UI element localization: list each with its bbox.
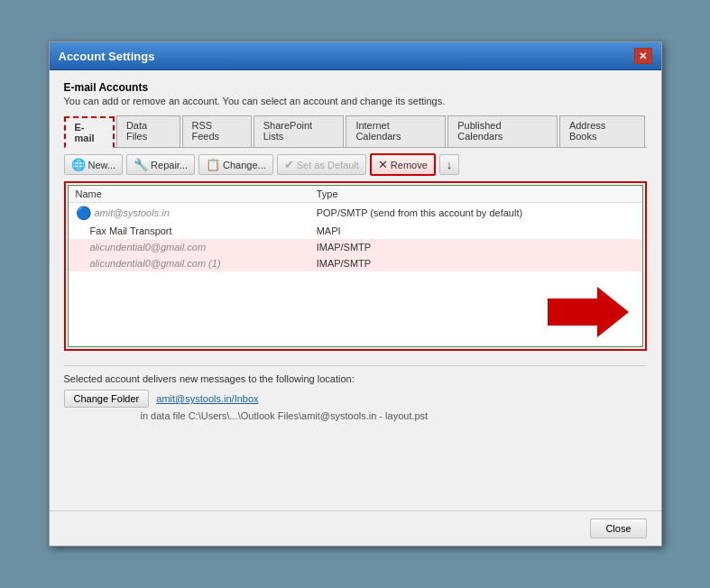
data-file-path: in data file C:\Users\...\Outlook Files\…	[141, 410, 647, 421]
remove-button[interactable]: ✕ Remove	[370, 153, 436, 176]
close-window-button[interactable]: ✕	[634, 48, 652, 64]
account-table: Name Type 🔵 amit@systools.in POP/SMTP (s…	[69, 186, 642, 271]
account-name-cell: Fax Mail Transport	[69, 223, 309, 239]
repair-button[interactable]: 🔧 Repair...	[126, 154, 195, 175]
repair-icon: 🔧	[134, 158, 148, 171]
account-table-outer: Name Type 🔵 amit@systools.in POP/SMTP (s…	[64, 181, 647, 351]
col-type-header: Type	[309, 186, 642, 203]
account-settings-dialog: Account Settings ✕ E-mail Accounts You c…	[49, 41, 662, 547]
table-row[interactable]: alicundential0@gmail.com IMAP/SMTP	[69, 239, 642, 255]
move-down-icon: ↓	[447, 158, 453, 171]
tab-published-calendars[interactable]: Published Calendars	[447, 115, 558, 147]
table-row[interactable]: Fax Mail Transport MAPI	[69, 223, 642, 239]
tab-rss-feeds[interactable]: RSS Feeds	[182, 115, 252, 147]
red-arrow-indicator	[548, 285, 629, 342]
table-row[interactable]: alicundential0@gmail.com (1) IMAP/SMTP	[69, 255, 642, 271]
new-icon: 🌐	[71, 158, 86, 171]
title-bar: Account Settings ✕	[50, 42, 661, 70]
account-type-cell: IMAP/SMTP	[309, 239, 642, 255]
close-button[interactable]: Close	[590, 519, 646, 538]
footer-description: Selected account delivers new messages t…	[64, 373, 647, 384]
tab-address-books[interactable]: Address Books	[559, 115, 645, 147]
tab-data-files[interactable]: Data Files	[116, 115, 180, 147]
account-name-cell: 🔵 amit@systools.in	[69, 203, 309, 223]
account-type-cell: POP/SMTP (send from this account by defa…	[309, 203, 642, 224]
footer-folder-row: Change Folder amit@systools.in/Inbox	[64, 390, 647, 408]
new-button[interactable]: 🌐 New...	[64, 154, 124, 175]
dialog-body: E-mail Accounts You can add or remove an…	[50, 70, 661, 510]
account-type-cell: IMAP/SMTP	[309, 255, 642, 271]
remove-icon: ✕	[378, 158, 388, 171]
tab-bar: E-mail Data Files RSS Feeds SharePoint L…	[64, 115, 647, 148]
tab-internet-calendars[interactable]: Internet Calendars	[346, 115, 446, 147]
move-down-button[interactable]: ↓	[439, 154, 460, 175]
account-table-wrapper: Name Type 🔵 amit@systools.in POP/SMTP (s…	[68, 185, 643, 347]
change-icon: 📋	[206, 158, 220, 171]
table-row[interactable]: 🔵 amit@systools.in POP/SMTP (send from t…	[69, 203, 642, 224]
change-folder-button[interactable]: Change Folder	[64, 390, 150, 408]
dialog-title: Account Settings	[59, 50, 155, 63]
col-name-header: Name	[69, 186, 309, 203]
section-description: You can add or remove an account. You ca…	[64, 96, 647, 106]
footer-section: Selected account delivers new messages t…	[64, 365, 647, 421]
set-default-button[interactable]: ✔ Set as Default	[277, 154, 366, 175]
folder-path: amit@systools.in/Inbox	[156, 393, 258, 404]
account-name-cell: alicundential0@gmail.com	[69, 239, 309, 255]
section-title: E-mail Accounts	[64, 81, 647, 94]
account-toolbar: 🌐 New... 🔧 Repair... 📋 Change... ✔ Set a…	[64, 153, 647, 176]
change-button[interactable]: 📋 Change...	[198, 154, 273, 175]
tab-email[interactable]: E-mail	[64, 116, 115, 148]
dialog-footer: Close	[50, 510, 661, 546]
tab-sharepoint-lists[interactable]: SharePoint Lists	[254, 115, 345, 147]
set-default-icon: ✔	[284, 158, 294, 171]
svg-marker-0	[548, 287, 629, 337]
account-type-cell: MAPI	[309, 223, 642, 239]
default-account-icon: 🔵	[76, 206, 91, 220]
account-name-cell: alicundential0@gmail.com (1)	[69, 255, 309, 271]
